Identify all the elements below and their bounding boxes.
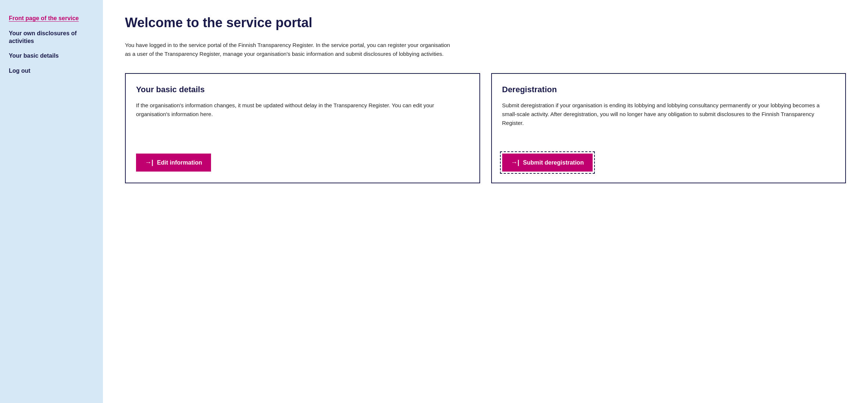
sidebar-item-logout[interactable]: Log out — [9, 64, 94, 79]
edit-information-label: Edit information — [157, 159, 202, 166]
edit-information-button[interactable]: →| Edit information — [136, 154, 211, 172]
sidebar-item-disclosures[interactable]: Your own disclosures of activities — [9, 26, 94, 49]
deregistration-card: Deregistration Submit deregistration if … — [491, 73, 846, 183]
arrow-icon-deregister: →| — [511, 159, 519, 166]
basic-details-card-text: If the organisation's information change… — [136, 101, 469, 145]
submit-deregistration-label: Submit deregistration — [523, 159, 584, 166]
sidebar: Front page of the service Your own discl… — [0, 0, 103, 403]
basic-details-card: Your basic details If the organisation's… — [125, 73, 480, 183]
arrow-icon: →| — [145, 159, 153, 166]
sidebar-item-basic-details[interactable]: Your basic details — [9, 48, 94, 64]
submit-deregistration-button[interactable]: →| Submit deregistration — [502, 154, 593, 172]
main-content: Welcome to the service portal You have l… — [103, 0, 868, 403]
basic-details-card-title: Your basic details — [136, 85, 469, 94]
deregistration-card-title: Deregistration — [502, 85, 835, 94]
deregister-button-wrapper: →| Submit deregistration — [502, 154, 593, 172]
sidebar-item-front-page[interactable]: Front page of the service — [9, 11, 94, 26]
deregistration-card-text: Submit deregistration if your organisati… — [502, 101, 835, 145]
intro-text: You have logged in to the service portal… — [125, 41, 456, 58]
page-title: Welcome to the service portal — [125, 15, 846, 30]
cards-row: Your basic details If the organisation's… — [125, 73, 846, 183]
